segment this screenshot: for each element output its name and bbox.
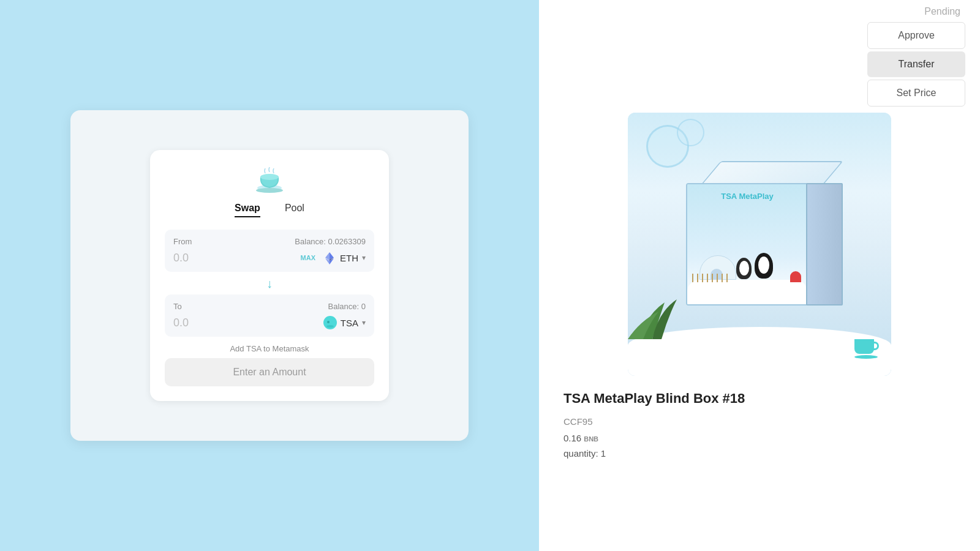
nft-id: CCF95 <box>564 416 956 427</box>
box-front-face: TSA MetaPlay <box>686 183 809 305</box>
right-panel: Pending Approve Transfer Set Price <box>539 0 980 551</box>
left-panel: Swap Pool From Balance: 0.0263309 MAX <box>0 0 539 551</box>
to-input-row: TSA ▾ <box>173 316 366 329</box>
to-section: To Balance: 0 TSA ▾ <box>165 294 374 337</box>
cup-handle <box>873 342 879 350</box>
add-metamask-link[interactable]: Add TSA to Metamask <box>165 344 374 353</box>
tsa-cup-corner <box>854 339 879 364</box>
svg-point-10 <box>326 325 334 328</box>
nft-price-value: 0.16 <box>564 433 581 443</box>
set-price-button[interactable]: Set Price <box>867 80 965 107</box>
tsa-logo-icon <box>254 165 285 195</box>
nft-info: TSA MetaPlay Blind Box #18 CCF95 0.16 BN… <box>539 391 980 459</box>
nft-price-row: 0.16 BNB <box>564 433 956 443</box>
to-header: To Balance: 0 <box>173 302 366 311</box>
action-buttons-area: Pending Approve Transfer Set Price <box>539 0 980 113</box>
swap-card: Swap Pool From Balance: 0.0263309 MAX <box>150 150 389 401</box>
from-amount-input[interactable] <box>173 252 271 264</box>
tsa-icon <box>323 316 337 329</box>
swap-tabs: Swap Pool <box>165 203 374 217</box>
from-token-chevron[interactable]: ▾ <box>362 253 366 262</box>
tab-pool[interactable]: Pool <box>285 203 304 217</box>
to-token-chevron[interactable]: ▾ <box>362 318 366 327</box>
from-header: From Balance: 0.0263309 <box>173 237 366 246</box>
to-token-name: TSA <box>341 318 358 328</box>
enter-amount-button[interactable]: Enter an Amount <box>165 358 374 386</box>
cup-saucer <box>854 355 878 359</box>
svg-point-2 <box>256 188 283 193</box>
nft-price-unit: BNB <box>584 435 598 443</box>
nft-title: TSA MetaPlay Blind Box #18 <box>564 391 956 407</box>
right-content: Pending Approve Transfer Set Price <box>539 0 980 483</box>
svg-point-1 <box>260 174 279 180</box>
tab-swap[interactable]: Swap <box>235 203 260 217</box>
nft-image-scene: TSA MetaPlay <box>628 113 891 376</box>
to-label: To <box>173 302 182 311</box>
from-token-name: ETH <box>340 253 358 263</box>
svg-marker-3 <box>330 252 334 260</box>
box-title-text: TSA MetaPlay <box>721 192 774 202</box>
to-token-selector[interactable]: TSA ▾ <box>323 316 366 329</box>
swap-logo <box>165 165 374 195</box>
svg-marker-4 <box>325 252 330 260</box>
box-side-face <box>806 183 843 305</box>
from-balance: Balance: 0.0263309 <box>295 237 366 246</box>
from-token-selector[interactable]: MAX ETH ▾ <box>301 251 366 264</box>
nft-quantity: quantity: 1 <box>564 448 956 459</box>
from-input-row: MAX ETH ▾ <box>173 251 366 264</box>
swap-container: Swap Pool From Balance: 0.0263309 MAX <box>70 110 469 441</box>
box-top-face <box>700 161 843 186</box>
nft-image-container: TSA MetaPlay <box>628 113 891 376</box>
svg-point-11 <box>327 321 330 323</box>
swap-direction-arrow: ↓ <box>165 277 374 291</box>
status-pending: Pending <box>924 6 965 17</box>
nft-box: TSA MetaPlay <box>674 159 845 330</box>
from-label: From <box>173 237 192 246</box>
bubble-2 <box>677 119 704 146</box>
from-section: From Balance: 0.0263309 MAX <box>165 230 374 272</box>
transfer-button[interactable]: Transfer <box>867 51 965 77</box>
eth-icon <box>323 251 336 264</box>
cup-body <box>854 339 874 354</box>
approve-button[interactable]: Approve <box>867 22 965 49</box>
max-button[interactable]: MAX <box>301 254 315 261</box>
to-amount-input[interactable] <box>173 317 271 329</box>
to-balance: Balance: 0 <box>328 302 366 311</box>
